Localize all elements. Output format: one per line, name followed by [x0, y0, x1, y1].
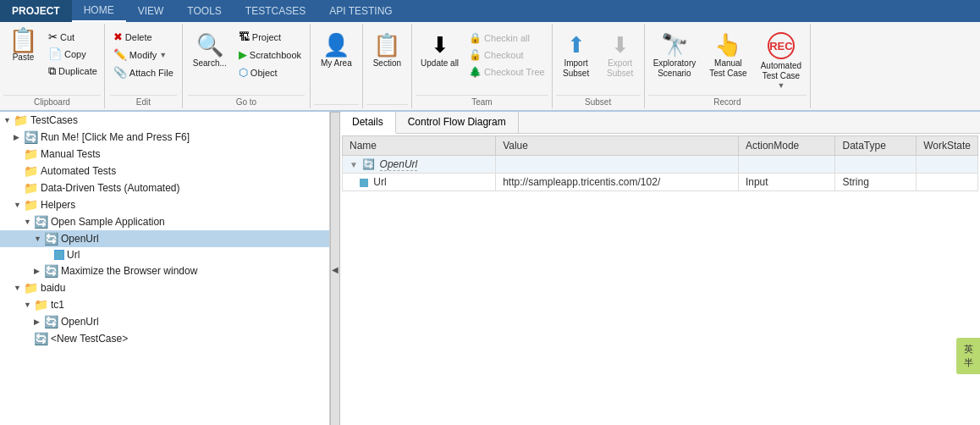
folder-icon: 📁	[24, 281, 38, 295]
folder-icon: 📁	[24, 147, 38, 161]
object-button[interactable]: ⬡ Object	[235, 64, 305, 80]
nav-tab-view[interactable]: VIEW	[126, 0, 176, 22]
checkin-all-icon: 🔒	[469, 32, 482, 44]
nav-tab-project[interactable]: PROJECT	[0, 0, 72, 22]
delete-button[interactable]: ✖ Delete	[110, 29, 177, 45]
section-button[interactable]: 📋 Section	[366, 29, 408, 71]
sync-icon: 🔄	[34, 332, 48, 345]
sync-icon: 🔄	[34, 215, 48, 229]
paste-button[interactable]: 📋 Paste	[3, 25, 43, 65]
paste-icon: 📋	[8, 29, 38, 52]
checkout-button[interactable]: 🔓 Checkout	[465, 47, 548, 63]
checkout-icon: 🔓	[469, 49, 482, 61]
expand-icon: ▼	[24, 301, 34, 309]
expand-icon: ▼	[3, 116, 14, 124]
ribbon-group-label-subset: Subset	[556, 95, 641, 107]
tree-item-label: Manual Tests	[41, 148, 100, 160]
tree-item-data-driven[interactable]: 📁 Data-Driven Tests (Automated)	[0, 179, 329, 196]
folder-icon: 📁	[24, 181, 38, 195]
attach-file-icon: 📎	[113, 66, 127, 79]
tree-item-label: Open Sample Application	[51, 216, 165, 228]
folder-icon: 📁	[24, 164, 38, 178]
tree-item-new-testcase[interactable]: 🔄 <New TestCase>	[0, 330, 329, 347]
nav-tab-apitesting[interactable]: API TESTING	[317, 0, 404, 22]
tree-item-testcases[interactable]: ▼ 📁 TestCases	[0, 112, 329, 129]
tree-item-label: Helpers	[41, 199, 75, 211]
table-row-openurl[interactable]: ▼ 🔄 OpenUrl	[343, 156, 978, 174]
tree-item-openurl-tc1[interactable]: ▶ 🔄 OpenUrl	[0, 313, 329, 330]
checkbox-icon	[54, 250, 64, 260]
tree-item-open-sample-app[interactable]: ▼ 🔄 Open Sample Application	[0, 213, 329, 230]
sync-icon: 🔄	[44, 315, 58, 328]
copy-button[interactable]: 📄 Copy	[45, 46, 101, 62]
sidebar: ▼ 📁 TestCases ▶ 🔄 Run Me! [Click Me and …	[0, 112, 330, 425]
automated-test-case-button[interactable]: REC AutomatedTest Case ▼	[756, 29, 807, 93]
export-subset-button[interactable]: ⬇ ExportSubset	[600, 29, 641, 82]
ribbon-group-edit: ✖ Delete ✏️ Modify ▼ 📎 Attach File Edit	[105, 24, 183, 108]
collapse-sidebar-button[interactable]: ◀	[330, 112, 340, 425]
tab-control-flow-diagram[interactable]: Control Flow Diagram	[396, 112, 519, 133]
exploratory-scenario-button[interactable]: 🔭 ExploratoryScenario	[648, 29, 702, 82]
scratchbook-button[interactable]: ▶ Scratchbook	[235, 47, 305, 63]
tree-item-label: Url	[67, 249, 80, 261]
exploratory-scenario-icon: 🔭	[661, 32, 688, 58]
project-icon: 🏗	[239, 30, 250, 43]
tree-item-tc1[interactable]: ▼ 📁 tc1	[0, 296, 329, 313]
expand-icon: ▼	[34, 235, 44, 243]
my-area-icon: 👤	[322, 32, 350, 58]
checkout-tree-button[interactable]: 🌲 Checkout Tree	[465, 64, 548, 80]
search-button[interactable]: 🔍 Search...	[188, 29, 232, 71]
folder-icon: 📁	[24, 198, 38, 212]
sync-icon: 🔄	[44, 264, 58, 278]
tree-item-label: Automated Tests	[41, 165, 116, 177]
import-subset-icon: ⬆	[567, 32, 586, 58]
expand-icon: ▶	[14, 133, 24, 141]
folder-icon: 📁	[34, 298, 48, 312]
tree-item-run-me[interactable]: ▶ 🔄 Run Me! [Click Me and Press F6]	[0, 129, 329, 146]
expand-icon: ▼	[14, 284, 24, 292]
modify-button[interactable]: ✏️ Modify ▼	[110, 47, 177, 63]
section-icon: 📋	[373, 32, 400, 58]
attach-file-button[interactable]: 📎 Attach File	[110, 64, 177, 80]
tree-item-openurl[interactable]: ▼ 🔄 OpenUrl	[0, 230, 329, 247]
ribbon-group-clipboard: 📋 Paste ✂ Cut 📄 Copy ⧉ Duplicate Clipboa…	[0, 24, 105, 108]
tree-item-url[interactable]: Url	[0, 247, 329, 262]
cut-button[interactable]: ✂ Cut	[45, 29, 101, 45]
export-subset-icon: ⬇	[611, 32, 630, 58]
import-subset-button[interactable]: ⬆ ImportSubset	[556, 29, 597, 82]
ribbon-group-label-team: Team	[416, 95, 548, 107]
ribbon-group-label-edit: Edit	[110, 95, 177, 107]
table-row-url[interactable]: Url http://sampleapp.tricentis.com/102/ …	[343, 174, 978, 191]
tab-details[interactable]: Details	[340, 112, 396, 134]
ribbon-group-goto: 🔍 Search... 🏗 Project ▶ Scratchbook ⬡ Ob…	[183, 24, 311, 108]
tree-item-label: OpenUrl	[61, 233, 99, 245]
goto-project-button[interactable]: 🏗 Project	[235, 29, 305, 45]
nav-tab-home[interactable]: HOME	[72, 0, 126, 22]
tree-item-label: baidu	[41, 282, 65, 294]
manual-test-case-button[interactable]: 👆 ManualTest Case	[704, 29, 752, 82]
expand-icon: ▶	[34, 267, 44, 275]
tree-item-helpers[interactable]: ▼ 📁 Helpers	[0, 196, 329, 213]
nav-tab-tools[interactable]: TOOLS	[175, 0, 233, 22]
col-datatype: DataType	[835, 136, 917, 156]
checkin-all-button[interactable]: 🔒 Checkin all	[465, 30, 548, 46]
details-table: Name Value ActionMode DataType WorkState	[342, 135, 978, 191]
tree-item-label: <New TestCase>	[51, 333, 128, 345]
tree-item-label: TestCases	[30, 114, 78, 126]
nav-tab-testcases[interactable]: TESTCASES	[234, 0, 317, 22]
ribbon-group-label-record: Record	[648, 95, 807, 107]
my-area-button[interactable]: 👤 My Area	[314, 29, 359, 71]
update-all-button[interactable]: ⬇ Update all	[416, 29, 464, 71]
tree-item-label: Run Me! [Click Me and Press F6]	[41, 131, 190, 143]
delete-icon: ✖	[113, 30, 123, 43]
col-actionmode: ActionMode	[738, 136, 835, 156]
duplicate-button[interactable]: ⧉ Duplicate	[45, 63, 101, 80]
sync-icon: 🔄	[24, 130, 38, 144]
tree-item-manual-tests[interactable]: 📁 Manual Tests	[0, 146, 329, 163]
tree-item-maximize-browser[interactable]: ▶ 🔄 Maximize the Browser window	[0, 262, 329, 279]
tree-item-baidu[interactable]: ▼ 📁 baidu	[0, 279, 329, 296]
expand-icon: ▼	[14, 201, 24, 209]
tree-item-automated-tests[interactable]: 📁 Automated Tests	[0, 163, 329, 179]
sync-icon: 🔄	[44, 232, 58, 246]
side-note: 英 半	[956, 338, 980, 374]
